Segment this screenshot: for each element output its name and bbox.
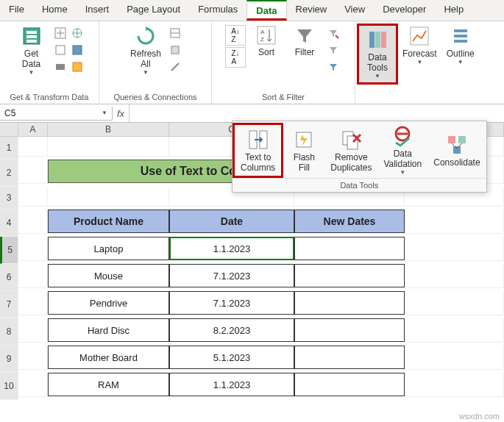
cell-c6[interactable]: 7.1.2023 <box>169 264 294 287</box>
cell-a2[interactable] <box>18 160 48 184</box>
cell-c7[interactable]: 7.1.2023 <box>169 291 294 315</box>
consolidate-button[interactable]: Consolidate <box>427 123 486 178</box>
cell-b9[interactable]: Mother Board <box>48 346 169 369</box>
cell-e8[interactable] <box>405 318 504 343</box>
tab-view[interactable]: View <box>336 0 374 21</box>
cell-c8[interactable]: 8.2.2023 <box>169 318 294 342</box>
queries-connections-button[interactable] <box>167 25 183 41</box>
reapply-button[interactable] <box>325 42 341 58</box>
cell-b10[interactable]: RAM <box>48 373 169 396</box>
cell-e6[interactable] <box>405 264 504 288</box>
tab-file[interactable]: File <box>0 0 33 21</box>
sort-desc-button[interactable]: Z↓A <box>225 47 246 68</box>
get-data-button[interactable]: Get Data ▼ <box>13 24 51 77</box>
row-header-1[interactable]: 1 <box>0 137 18 160</box>
header-date[interactable]: Date <box>169 210 294 233</box>
consolidate-label: Consolidate <box>433 157 480 168</box>
filter-button[interactable]: Filter <box>285 24 324 59</box>
text-to-columns-button[interactable]: Text to Columns <box>233 123 283 178</box>
row-header-7[interactable]: 7 <box>0 291 18 318</box>
cell-d9[interactable] <box>294 346 405 369</box>
from-web-button[interactable] <box>69 25 85 41</box>
tab-help[interactable]: Help <box>435 0 472 21</box>
cell-d8[interactable] <box>294 318 405 342</box>
cell-e9[interactable] <box>405 346 504 370</box>
cell-b5[interactable]: Laptop <box>48 237 169 260</box>
cell-e4[interactable] <box>405 210 504 234</box>
tab-review[interactable]: Review <box>287 0 336 21</box>
col-header-b[interactable]: B <box>48 123 169 137</box>
svg-rect-35 <box>453 146 461 154</box>
cell-d7[interactable] <box>294 291 405 315</box>
row-header-2[interactable]: 2 <box>0 160 18 187</box>
advanced-button[interactable] <box>325 59 341 75</box>
remove-duplicates-button[interactable]: Remove Duplicates <box>324 123 377 178</box>
cell-a8[interactable] <box>18 318 48 343</box>
clear-filter-button[interactable] <box>325 25 341 41</box>
queries-small-buttons <box>166 24 185 76</box>
row-header-8[interactable]: 8 <box>0 318 18 346</box>
cell-a3[interactable] <box>18 187 48 207</box>
cell-a1[interactable] <box>18 137 48 157</box>
cell-a4[interactable] <box>18 210 48 234</box>
cell-e10[interactable] <box>405 373 504 397</box>
cell-e5[interactable] <box>405 237 504 261</box>
cell-b3[interactable] <box>48 187 169 207</box>
data-validation-button[interactable]: Data Validation ▼ <box>377 123 427 178</box>
row-header-5[interactable]: 5 <box>0 237 18 264</box>
tab-insert[interactable]: Insert <box>77 0 118 21</box>
name-box[interactable]: C5 ▼ <box>0 107 113 121</box>
cell-a7[interactable] <box>18 291 48 315</box>
svg-rect-21 <box>454 29 467 32</box>
cell-d5[interactable] <box>294 237 405 260</box>
header-product-name[interactable]: Product Name <box>48 210 169 233</box>
cell-a5[interactable] <box>18 237 48 261</box>
svg-rect-6 <box>56 46 65 54</box>
tab-page-layout[interactable]: Page Layout <box>118 0 189 21</box>
forecast-button[interactable]: Forecast ▼ <box>398 24 441 67</box>
cell-b1[interactable] <box>48 137 169 157</box>
cell-e7[interactable] <box>405 291 504 315</box>
row-header-10[interactable]: 10 <box>0 373 18 400</box>
select-all-corner[interactable] <box>0 123 18 137</box>
row-header-4[interactable]: 4 <box>0 210 18 237</box>
row-header-3[interactable]: 3 <box>0 187 18 210</box>
ribbon-tabs: File Home Insert Page Layout Formulas Da… <box>0 0 504 21</box>
cell-a9[interactable] <box>18 346 48 370</box>
row-header-6[interactable]: 6 <box>0 264 18 291</box>
cell-b8[interactable]: Hard Disc <box>48 318 169 342</box>
tab-data[interactable]: Data <box>246 0 286 21</box>
edit-links-button[interactable] <box>167 59 183 75</box>
cell-d10[interactable] <box>294 373 405 396</box>
flash-fill-button[interactable]: Flash Fill <box>283 123 324 178</box>
tab-formulas[interactable]: Formulas <box>189 0 246 21</box>
svg-rect-22 <box>454 35 467 37</box>
fx-icon[interactable]: fx <box>113 108 129 119</box>
outline-button[interactable]: Outline ▼ <box>441 24 480 67</box>
from-text-csv-button[interactable] <box>52 25 68 41</box>
properties-button[interactable] <box>167 42 183 58</box>
cell-b6[interactable]: Mouse <box>48 264 169 287</box>
row-header-9[interactable]: 9 <box>0 346 18 373</box>
cell-c10[interactable]: 1.1.2023 <box>169 373 294 396</box>
cell-a6[interactable] <box>18 264 48 288</box>
existing-connections-button[interactable] <box>52 59 68 75</box>
header-new-dates[interactable]: New Dates <box>294 210 405 233</box>
cell-c5[interactable]: 1.1.2023 <box>169 237 294 260</box>
cell-c9[interactable]: 5.1.2023 <box>169 346 294 369</box>
tab-developer[interactable]: Developer <box>374 0 435 21</box>
col-header-a[interactable]: A <box>18 123 48 137</box>
cell-d6[interactable] <box>294 264 405 287</box>
data-tools-button[interactable]: Data Tools ▼ <box>357 24 398 85</box>
flash-fill-label: Flash Fill <box>294 152 315 173</box>
cell-a10[interactable] <box>18 373 48 397</box>
recent-sources-button[interactable] <box>52 42 68 58</box>
refresh-all-button[interactable]: Refresh All ▼ <box>126 24 166 77</box>
formula-bar[interactable] <box>129 104 504 122</box>
cell-b7[interactable]: Pendrive <box>48 291 169 315</box>
more-sources-button[interactable] <box>69 59 85 75</box>
tab-home[interactable]: Home <box>33 0 77 21</box>
sort-button[interactable]: AZ Sort <box>247 24 285 59</box>
from-table-button[interactable] <box>69 42 85 58</box>
sort-asc-button[interactable]: A↓Z <box>225 25 246 46</box>
